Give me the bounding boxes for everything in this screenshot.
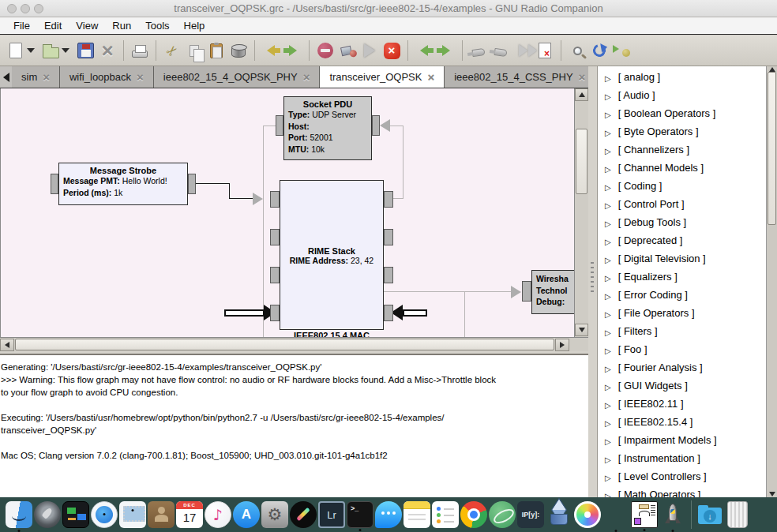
save-button[interactable] [74, 39, 96, 62]
expander-icon[interactable] [605, 470, 611, 484]
forward-button[interactable] [435, 39, 457, 62]
ports-view-button[interactable] [467, 39, 490, 62]
category-control-port[interactable]: [ Control Port ] [598, 195, 766, 213]
dock-terminal[interactable]: >_ [347, 501, 373, 528]
dock-downloads-folder[interactable]: ↓ [696, 501, 723, 528]
expander-icon[interactable] [605, 488, 611, 498]
tab-sim[interactable]: sim [12, 66, 60, 88]
dock-photos[interactable] [574, 501, 601, 528]
expander-icon[interactable] [605, 107, 611, 121]
menu-tools[interactable]: Tools [138, 17, 176, 34]
tab-ieee802-15-4-css-phy[interactable]: ieee802_15_4_CSS_PHY [445, 66, 595, 88]
flowgraph-errors-button[interactable] [314, 39, 336, 62]
undo-button[interactable] [260, 39, 282, 62]
expander-icon[interactable] [605, 324, 611, 339]
category-coding[interactable]: [ Coding ] [598, 177, 766, 195]
category-audio[interactable]: [ Audio ] [598, 86, 766, 104]
expander-icon[interactable] [605, 306, 611, 320]
expander-icon[interactable] [605, 143, 611, 157]
close-tab-button[interactable] [96, 39, 118, 62]
parser-errors-button[interactable] [610, 39, 632, 62]
dock-ipython[interactable]: IP[y]: [517, 501, 544, 528]
category-ieee802-11[interactable]: [ IEEE802.11 ] [598, 395, 766, 413]
dock-contacts[interactable] [148, 501, 175, 528]
category-fourier-analysis[interactable]: [ Fourier Analysis ] [598, 358, 766, 377]
dock-python-rocket[interactable] [659, 501, 686, 528]
category-file-operators[interactable]: [ File Operators ] [598, 304, 766, 322]
expander-icon[interactable] [605, 252, 611, 266]
block-port[interactable] [270, 229, 280, 245]
category-boolean-operators[interactable]: [ Boolean Operators ] [598, 104, 766, 122]
expander-icon[interactable] [605, 161, 611, 175]
block-port[interactable] [270, 305, 280, 321]
copy-button[interactable] [183, 39, 205, 62]
dock-safari[interactable] [91, 501, 118, 528]
block-port[interactable] [51, 174, 58, 194]
tab-close-icon[interactable] [579, 70, 586, 84]
category-instrumentation[interactable]: [ Instrumentation ] [598, 449, 766, 467]
execute-flowgraph-button[interactable] [358, 39, 381, 62]
canvas-vertical-scrollbar[interactable] [574, 88, 588, 337]
category-impairment-models[interactable]: [ Impairment Models ] [598, 431, 766, 449]
tab-scroll-left-button[interactable] [0, 66, 12, 88]
tab-ieee802-15-4-oqpsk-phy[interactable]: ieee802_15_4_OQPSK_PHY [154, 66, 321, 88]
category-channelizers[interactable]: [ Channelizers ] [598, 140, 766, 159]
flowgraph-canvas[interactable]: Socket PDU Type: UDP Server Host: Port: … [0, 88, 574, 337]
tab-close-icon[interactable] [303, 70, 310, 84]
find-block-button[interactable] [566, 39, 588, 62]
delete-button[interactable] [227, 39, 250, 62]
expander-icon[interactable] [605, 361, 611, 375]
menu-view[interactable]: View [69, 17, 105, 34]
expander-icon[interactable] [605, 125, 611, 139]
category-channel-models[interactable]: [ Channel Models ] [598, 159, 766, 177]
category-error-coding[interactable]: [ Error Coding ] [598, 286, 766, 304]
dock-system-preferences[interactable] [261, 501, 288, 528]
fast-forward-button[interactable] [512, 39, 534, 62]
dock-calendar[interactable]: DEC 17 [176, 501, 203, 528]
splitter-handle[interactable] [591, 262, 594, 294]
block-port[interactable] [384, 267, 393, 283]
redo-button[interactable] [282, 39, 304, 62]
tab-close-icon[interactable] [427, 70, 434, 84]
expander-icon[interactable] [605, 397, 611, 411]
reload-blocks-button[interactable] [588, 39, 610, 62]
pane-splitter[interactable] [588, 66, 597, 497]
expander-icon[interactable] [605, 70, 611, 84]
expander-icon[interactable] [605, 88, 611, 103]
menu-run[interactable]: Run [105, 17, 138, 34]
minimize-window-button[interactable] [21, 4, 30, 13]
block-port[interactable] [270, 267, 280, 283]
scroll-down-button[interactable] [575, 324, 588, 336]
print-button[interactable] [129, 39, 151, 62]
sidebar-scrollbar[interactable] [766, 66, 777, 497]
scroll-right-button[interactable] [555, 339, 569, 351]
dock-gnuradio-companion[interactable] [631, 501, 658, 528]
scrollbar-thumb[interactable] [576, 129, 587, 194]
category-byte-operators[interactable]: [ Byte Operators ] [598, 122, 766, 140]
expander-icon[interactable] [605, 288, 611, 302]
expander-icon[interactable] [605, 451, 611, 466]
block-port[interactable] [276, 115, 283, 136]
dock-launchpad[interactable] [34, 501, 61, 528]
block-port[interactable] [188, 174, 196, 194]
dock-mail[interactable] [119, 501, 146, 528]
category-deprecated[interactable]: [ Deprecated ] [598, 231, 766, 249]
zoom-window-button[interactable] [34, 4, 43, 13]
tab-close-icon[interactable] [137, 70, 144, 84]
block-port[interactable] [522, 281, 531, 302]
dock-trash[interactable] [727, 501, 748, 528]
dock-notes[interactable] [404, 501, 430, 528]
menu-file[interactable]: File [6, 17, 37, 34]
menu-help[interactable]: Help [177, 17, 212, 34]
open-flowgraph-button[interactable] [39, 39, 62, 62]
dock-reminders[interactable] [432, 501, 459, 528]
dock-app-store[interactable]: A [233, 501, 260, 528]
category-level-controllers[interactable]: [ Level Controllers ] [598, 467, 766, 485]
block-socket-pdu[interactable]: Socket PDU Type: UDP Server Host: Port: … [283, 96, 372, 160]
block-port[interactable] [384, 191, 393, 208]
cut-button[interactable] [161, 39, 183, 62]
block-wireshark-connector[interactable]: Wiresha Technol Debug: [531, 270, 574, 314]
expander-icon[interactable] [605, 379, 611, 393]
block-port[interactable] [270, 191, 280, 208]
expander-icon[interactable] [605, 179, 611, 193]
